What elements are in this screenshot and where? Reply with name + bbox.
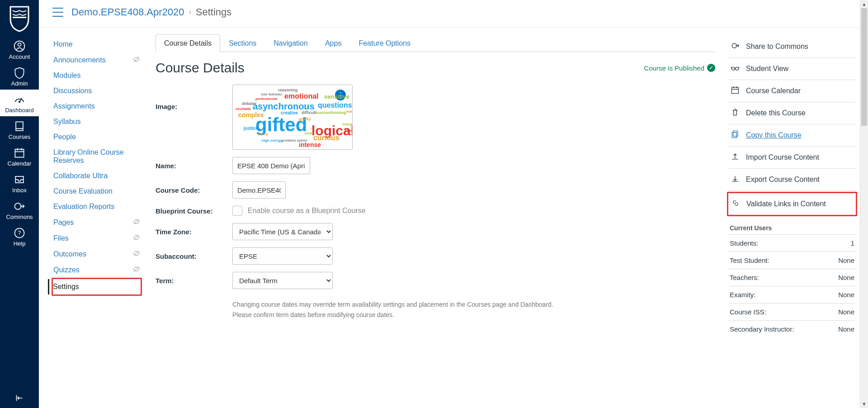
hidden-eye-icon: [133, 250, 140, 258]
course-nav-item[interactable]: Settings: [48, 279, 123, 294]
course-image-box: ⋮ giftedlogicalasynchronousemotionalques…: [232, 85, 353, 150]
course-nav-item[interactable]: Outcomes: [52, 246, 142, 262]
nav-help[interactable]: ? Help: [0, 223, 39, 250]
tab-sections[interactable]: Sections: [220, 34, 265, 52]
course-nav-item-label: Quizzes: [53, 266, 80, 274]
nav-dashboard[interactable]: Dashboard: [0, 90, 39, 116]
course-nav-item[interactable]: Files: [52, 230, 142, 246]
svg-rect-31: [733, 131, 738, 137]
wordcloud-word: questions: [318, 101, 352, 109]
course-published-status: Course is Published ✓: [644, 64, 715, 72]
course-nav-item[interactable]: Discussions: [52, 83, 142, 99]
wordcloud-word: difficult: [302, 110, 316, 115]
vertical-scrollbar[interactable]: ▲ ▼: [860, 0, 868, 408]
course-nav-item[interactable]: Announcements: [52, 52, 142, 68]
sidebar-action[interactable]: Validate Links in Content: [727, 192, 857, 216]
course-nav-item[interactable]: Assignments: [52, 99, 142, 114]
course-nav-item-label: Pages: [53, 218, 74, 227]
nav-courses[interactable]: Courses: [0, 116, 39, 143]
course-nav-item[interactable]: Course Evaluation: [52, 184, 142, 199]
sidebar-action[interactable]: Import Course Content: [729, 147, 855, 169]
hamburger-button[interactable]: [52, 8, 63, 17]
course-nav-item[interactable]: Modules: [52, 68, 142, 83]
sidebar-action[interactable]: Export Course Content: [729, 169, 855, 191]
hidden-eye-icon: [133, 218, 140, 227]
course-nav-item[interactable]: Home: [52, 37, 142, 52]
users-row: Examity:None: [729, 286, 855, 303]
course-nav-item[interactable]: Evaluation Reports: [52, 199, 142, 214]
upload-icon: [731, 152, 740, 163]
course-nav-item-label: Course Evaluation: [53, 187, 113, 195]
course-name-input[interactable]: [232, 157, 310, 174]
svg-point-15: [15, 203, 21, 209]
course-nav-item[interactable]: Syllabus: [52, 114, 142, 129]
breadcrumb-current: Settings: [196, 6, 232, 18]
shield-icon: [13, 66, 26, 79]
users-row: Students:1: [729, 234, 855, 251]
course-nav-item-label: Announcements: [53, 56, 106, 64]
sidebar-action[interactable]: Share to Commons: [729, 36, 855, 58]
course-nav-item-label: Settings: [53, 283, 79, 291]
sidebar-action[interactable]: Delete this Course: [729, 102, 855, 124]
sidebar-action[interactable]: Copy this Course: [729, 124, 855, 147]
course-published-text: Course is Published: [644, 64, 704, 72]
svg-rect-27: [732, 87, 739, 93]
users-row-value: None: [838, 256, 854, 264]
nav-commons[interactable]: Commons: [0, 196, 39, 223]
hidden-eye-icon: [133, 234, 140, 242]
users-row: Course ISS:None: [729, 303, 855, 320]
book-icon: [13, 120, 26, 133]
date-hint-1: Changing course dates may override term …: [232, 300, 715, 309]
users-row-value: None: [838, 308, 854, 316]
nav-courses-label: Courses: [9, 133, 30, 140]
sidebar-action[interactable]: Course Calendar: [729, 80, 855, 102]
svg-point-2: [18, 43, 21, 46]
course-nav-item-label: Assignments: [53, 102, 95, 110]
label-code: Course Code:: [156, 186, 232, 194]
scroll-down-button[interactable]: ▼: [860, 400, 868, 408]
scroll-thumb[interactable]: [861, 8, 867, 126]
nav-inbox[interactable]: Inbox: [0, 170, 39, 196]
subaccount-select[interactable]: EPSE: [232, 247, 333, 265]
nav-calendar[interactable]: Calendar: [0, 143, 39, 170]
term-select[interactable]: Default Term: [232, 272, 333, 289]
published-check-icon: ✓: [707, 64, 715, 72]
download-icon: [731, 174, 740, 185]
tab-apps[interactable]: Apps: [316, 34, 350, 52]
course-nav-item[interactable]: People: [52, 129, 142, 145]
course-nav-item[interactable]: Quizzes: [52, 262, 142, 278]
users-row-value: None: [838, 325, 854, 333]
nav-inbox-label: Inbox: [12, 187, 27, 194]
svg-point-26: [736, 67, 739, 70]
users-row-label: Teachers:: [730, 274, 759, 281]
ubc-logo[interactable]: [8, 5, 31, 32]
wordcloud-word: problem solver: [282, 138, 307, 142]
calendar-icon: [13, 147, 26, 159]
breadcrumb-course-link[interactable]: Demo.EPSE408.Apr2020: [71, 6, 184, 18]
link-icon: [731, 199, 740, 209]
blueprint-checkbox[interactable]: [232, 206, 242, 216]
nav-collapse[interactable]: [0, 388, 39, 408]
nav-admin[interactable]: Admin: [0, 63, 39, 90]
sidebar-action[interactable]: Student View: [729, 58, 855, 80]
nav-dashboard-label: Dashboard: [5, 107, 34, 114]
svg-line-19: [134, 57, 139, 62]
course-nav-item[interactable]: Library Online Course Reserves: [52, 145, 142, 168]
users-row-value: 1: [851, 239, 854, 247]
course-nav-item[interactable]: Collaborate Ultra: [52, 168, 142, 184]
tab-course-details[interactable]: Course Details: [156, 34, 220, 52]
tab-feature-options[interactable]: Feature Options: [350, 34, 419, 52]
course-nav-item-label: Collaborate Ultra: [53, 172, 108, 180]
course-code-input[interactable]: [232, 181, 286, 199]
tab-navigation[interactable]: Navigation: [265, 34, 316, 52]
calendar-icon: [731, 85, 740, 96]
wordcloud-word: sensitive: [324, 93, 349, 100]
wordcloud-word: funny: [258, 132, 268, 136]
course-nav-item[interactable]: Pages: [52, 214, 142, 230]
scroll-up-button[interactable]: ▲: [860, 0, 868, 8]
wordcloud-word: nonconforming: [316, 110, 346, 115]
svg-line-20: [134, 219, 139, 224]
timezone-select[interactable]: Pacific Time (US & Canada) (-0: [232, 223, 333, 240]
breadcrumb-bar: Demo.EPSE408.Apr2020 › Settings: [39, 0, 868, 28]
nav-account[interactable]: Account: [0, 36, 39, 63]
